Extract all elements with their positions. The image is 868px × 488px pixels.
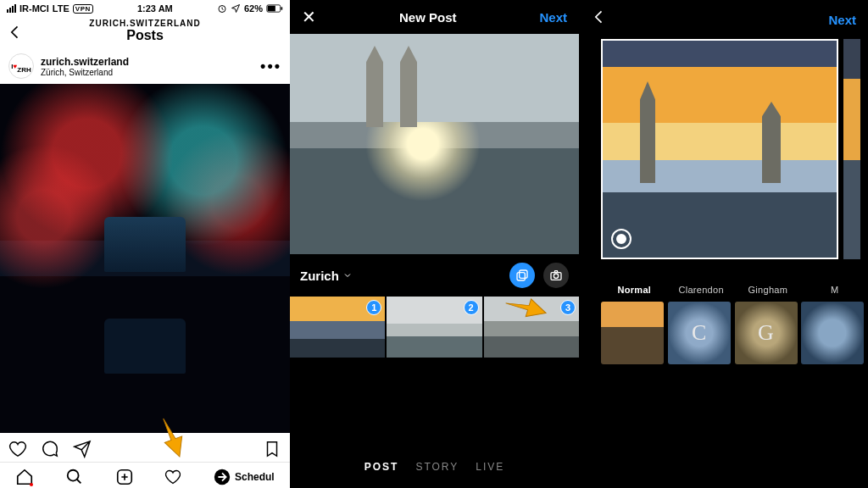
next-button[interactable]: Next (828, 13, 856, 27)
filter-swatch (801, 302, 864, 364)
post-header[interactable]: I♥ZRH zurich.switzerland Zürich, Switzer… (0, 48, 290, 84)
mode-live[interactable]: LIVE (476, 461, 504, 473)
filter-gingham[interactable]: Gingham G (735, 285, 802, 364)
filter-preview-image[interactable] (601, 39, 838, 259)
filter-swatch: G (735, 302, 798, 364)
svg-rect-8 (517, 273, 525, 280)
schedule-tab[interactable]: Schedul (213, 468, 275, 486)
gallery-thumb[interactable]: 1 (290, 297, 385, 358)
share-icon[interactable] (73, 440, 92, 458)
svg-rect-2 (268, 6, 275, 12)
selected-preview-image[interactable] (290, 34, 579, 254)
filter-header: Next (579, 0, 868, 39)
filter-more[interactable]: M (801, 285, 868, 364)
schedule-label: Schedul (235, 471, 275, 483)
status-bar: IR-MCI LTE VPN 1:23 AM 62% (0, 0, 290, 17)
avatar[interactable]: I♥ZRH (8, 53, 34, 79)
filter-swatch (601, 302, 664, 364)
stack-icon (515, 269, 529, 282)
svg-rect-3 (281, 7, 283, 9)
picker-header: ✕ New Post Next (290, 0, 579, 34)
alarm-icon (217, 3, 227, 14)
back-icon[interactable] (7, 24, 24, 41)
feed-screen: IR-MCI LTE VPN 1:23 AM 62% ZURICH.SWITZE… (0, 0, 290, 488)
battery-label: 62% (244, 3, 263, 14)
header-context: ZURICH.SWITZERLAND (0, 19, 290, 28)
back-icon[interactable] (591, 8, 608, 30)
post-image[interactable] (0, 84, 290, 433)
svg-point-10 (554, 274, 558, 278)
filter-preview-carousel[interactable] (579, 39, 868, 259)
vpn-badge: VPN (73, 4, 93, 14)
svg-point-4 (68, 470, 79, 481)
chevron-down-icon (342, 270, 353, 280)
notification-dot-icon (30, 483, 33, 486)
filter-label: Clarendon (668, 285, 735, 295)
mode-story[interactable]: STORY (415, 461, 459, 473)
activity-tab-icon[interactable] (164, 469, 181, 485)
new-post-tab-icon[interactable] (115, 468, 134, 486)
svg-rect-7 (520, 270, 527, 278)
signal-icon (7, 4, 16, 13)
new-post-picker-screen: ✕ New Post Next Zurich 1 2 3 POST STORY … (290, 0, 579, 488)
location-label[interactable]: Zürich, Switzerland (41, 68, 129, 77)
filter-strip: Normal Clarendon C Gingham G M (579, 259, 868, 364)
filter-label: Normal (601, 285, 668, 295)
carousel-indicator-icon (611, 229, 632, 249)
schedule-icon (213, 468, 231, 486)
filter-label: Gingham (735, 285, 802, 295)
posts-header: ZURICH.SWITZERLAND Posts (0, 17, 290, 48)
next-preview-peek[interactable] (843, 39, 860, 259)
camera-icon (549, 269, 563, 282)
carrier-label: IR-MCI (19, 3, 49, 14)
mode-post[interactable]: POST (364, 461, 399, 473)
username-label[interactable]: zurich.switzerland (41, 56, 129, 68)
album-selector[interactable]: Zurich (300, 269, 353, 283)
battery-icon (266, 4, 283, 13)
filter-swatch: C (668, 302, 731, 364)
selection-badge: 2 (464, 300, 479, 315)
header-title: Posts (0, 28, 290, 43)
close-icon[interactable]: ✕ (302, 8, 316, 25)
location-arrow-icon (231, 3, 241, 14)
filter-clarendon[interactable]: Clarendon C (668, 285, 735, 364)
selection-badge: 1 (366, 300, 381, 315)
gallery-thumb[interactable]: 2 (387, 297, 481, 358)
mode-selector: POST STORY LIVE (290, 446, 579, 488)
network-label: LTE (53, 3, 70, 14)
clock-label: 1:23 AM (137, 3, 173, 14)
selection-badge: 3 (560, 300, 576, 315)
filter-label: M (801, 285, 868, 295)
filter-normal[interactable]: Normal (601, 285, 668, 364)
next-button[interactable]: Next (539, 10, 567, 25)
picker-title: New Post (399, 10, 457, 25)
like-icon[interactable] (8, 440, 27, 458)
save-icon[interactable] (263, 440, 281, 458)
comment-icon[interactable] (41, 440, 59, 458)
bottom-tab-bar: Schedul (0, 462, 290, 488)
album-label: Zurich (300, 269, 339, 283)
more-options-icon[interactable]: ••• (260, 58, 281, 75)
filter-screen: Next Normal Clarendon C Gingham G M (579, 0, 868, 488)
open-camera-button[interactable] (543, 263, 569, 288)
search-tab-icon[interactable] (65, 468, 84, 486)
